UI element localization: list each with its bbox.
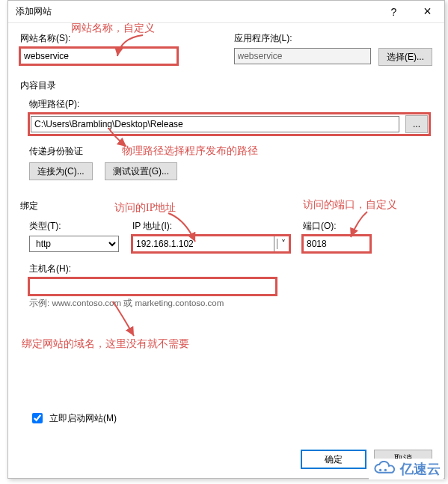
site-name-input[interactable] [20, 48, 177, 64]
start-now-label: 立即启动网站(M) [49, 412, 117, 425]
start-now-checkbox[interactable] [32, 413, 43, 423]
app-pool-input [234, 48, 372, 64]
annotation-hostname: 绑定网站的域名，这里没有就不需要 [22, 337, 189, 351]
pass-auth-label: 传递身份验证 [29, 146, 83, 156]
select-app-pool-button[interactable]: 选择(E)... [378, 48, 432, 66]
connect-as-button[interactable]: 连接为(C)... [29, 162, 93, 180]
app-pool-label: 应用程序池(L): [234, 32, 433, 45]
ok-button[interactable]: 确定 [301, 450, 366, 469]
yisu-text: 亿速云 [400, 460, 441, 478]
hostname-label: 主机名(H): [29, 263, 71, 274]
svg-point-1 [384, 469, 387, 471]
type-label: 类型(T): [29, 220, 119, 233]
top-row: 网站名称(S): 应用程序池(L): 选择(E)... [20, 32, 432, 66]
help-icon[interactable]: ? [377, 1, 411, 23]
hostname-input[interactable] [29, 278, 276, 295]
dialog-body: 网站名称(S): 应用程序池(L): 选择(E)... 内容目录 物理路径(P)… [8, 23, 444, 478]
ip-dropdown-icon[interactable]: ˅ [277, 239, 289, 249]
titlebar: 添加网站 ? × [8, 1, 444, 23]
svg-point-0 [379, 469, 381, 471]
type-select[interactable]: http [29, 236, 119, 252]
start-now-row[interactable]: 立即启动网站(M) [29, 411, 117, 426]
binding-legend: 绑定 [20, 200, 38, 211]
port-label: 端口(O): [303, 220, 370, 233]
hostname-example: 示例: www.contoso.com 或 marketing.contoso.… [29, 298, 429, 309]
phys-path-label: 物理路径(P): [29, 99, 79, 109]
cloud-icon [372, 461, 397, 477]
browse-path-button[interactable]: ... [405, 115, 428, 133]
site-name-label: 网站名称(S): [20, 33, 70, 43]
port-input[interactable] [303, 236, 370, 252]
yisu-logo: 亿速云 [369, 459, 444, 480]
physical-path-input[interactable] [31, 116, 399, 132]
content-dir-legend: 内容目录 [20, 80, 56, 91]
close-icon[interactable]: × [411, 1, 444, 23]
ip-input[interactable] [132, 236, 274, 252]
dialog-title: 添加网站 [16, 5, 377, 18]
ip-label: IP 地址(I): [132, 220, 289, 233]
add-website-dialog: 添加网站 ? × 网站名称(S): 应用程序池(L): 选择(E)... 内容目 [7, 0, 445, 479]
test-settings-button[interactable]: 测试设置(G)... [105, 162, 177, 180]
